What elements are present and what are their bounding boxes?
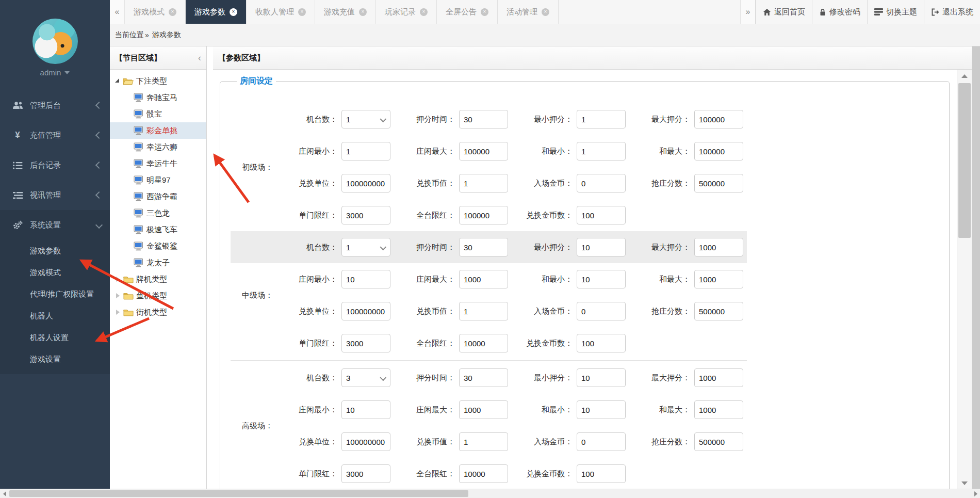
- tree-item-benz-bmw[interactable]: 奔驰宝马: [110, 89, 206, 106]
- param-input[interactable]: [694, 110, 743, 128]
- param-input[interactable]: [459, 368, 508, 387]
- close-icon[interactable]: ×: [481, 8, 488, 16]
- param-input[interactable]: [341, 206, 390, 224]
- tab-game-recharge[interactable]: 游戏充值 ×: [315, 0, 376, 24]
- param-input[interactable]: [577, 302, 626, 320]
- param-input[interactable]: [694, 302, 743, 320]
- tree-folder-fish-machine-type[interactable]: 鱼机类型: [110, 287, 206, 304]
- param-input[interactable]: [577, 206, 626, 224]
- tree-item-star-97[interactable]: 明星97: [110, 172, 206, 188]
- param-input[interactable]: [577, 270, 626, 288]
- param-input[interactable]: [459, 334, 508, 352]
- param-input[interactable]: [577, 334, 626, 352]
- sidebar-subitem-game-settings[interactable]: 游戏设置: [0, 348, 110, 370]
- close-icon[interactable]: ×: [298, 8, 306, 16]
- param-input[interactable]: [341, 302, 390, 320]
- sidebar-subitem-robot-settings[interactable]: 机器人设置: [0, 327, 110, 348]
- change-password-button[interactable]: 修改密码: [812, 0, 867, 24]
- page-vertical-scrollbar[interactable]: [972, 46, 980, 489]
- scroll-left-button[interactable]: [0, 489, 9, 498]
- scroll-down-button[interactable]: [957, 477, 972, 489]
- param-input[interactable]: [577, 400, 626, 419]
- sidebar-subitem-game-params[interactable]: 游戏参数: [0, 240, 110, 262]
- param-input[interactable]: [694, 174, 743, 192]
- tab-game-mode[interactable]: 游戏模式 ×: [125, 0, 186, 24]
- param-input[interactable]: [577, 142, 626, 160]
- user-menu[interactable]: admin: [0, 68, 110, 77]
- tree-item-gold-silver-shark[interactable]: 金鲨银鲨: [110, 238, 206, 254]
- tree-collapsed-icon[interactable]: [116, 293, 120, 298]
- param-input[interactable]: [577, 368, 626, 387]
- tree-item-speed-racing[interactable]: 极速飞车: [110, 221, 206, 238]
- param-input[interactable]: [459, 206, 508, 224]
- param-input[interactable]: [341, 432, 390, 451]
- sidebar-item-recharge-mgmt[interactable]: ¥ 充值管理: [0, 120, 110, 150]
- tree-folder-arcade-type[interactable]: 街机类型: [110, 304, 206, 320]
- sidebar-subitem-robot[interactable]: 机器人: [0, 305, 110, 327]
- param-input[interactable]: [577, 110, 626, 128]
- tab-player-records[interactable]: 玩家记录 ×: [376, 0, 437, 24]
- param-input[interactable]: [577, 238, 626, 256]
- param-input[interactable]: [694, 368, 743, 387]
- param-input[interactable]: [459, 464, 508, 483]
- tree-item-tricolor-dragon[interactable]: 三色龙: [110, 205, 206, 221]
- param-input[interactable]: [341, 174, 390, 192]
- param-input[interactable]: [577, 432, 626, 451]
- scroll-up-button[interactable]: [957, 70, 972, 82]
- param-input[interactable]: [577, 464, 626, 483]
- param-input[interactable]: [459, 238, 508, 256]
- tree-item-sicbo[interactable]: 骰宝: [110, 106, 206, 122]
- tree-item-journey-west[interactable]: 西游争霸: [110, 188, 206, 205]
- param-input[interactable]: [459, 432, 508, 451]
- sidebar-item-video-mgmt[interactable]: 视讯管理: [0, 180, 110, 210]
- sidebar-item-admin-backend[interactable]: 管理后台: [0, 90, 110, 120]
- tab-fullscreen-notice[interactable]: 全屏公告 ×: [437, 0, 498, 24]
- logout-button[interactable]: 退出系统: [924, 0, 980, 24]
- sidebar-subitem-agent-promo-permissions[interactable]: 代理/推广权限设置: [0, 283, 110, 305]
- sidebar-subitem-game-mode[interactable]: 游戏模式: [0, 262, 110, 283]
- param-input[interactable]: [459, 174, 508, 192]
- tab-scroll-right-button[interactable]: »: [740, 0, 756, 24]
- switch-theme-button[interactable]: 切换主题: [867, 0, 924, 24]
- param-select[interactable]: 1: [341, 110, 390, 128]
- param-input[interactable]: [341, 270, 390, 288]
- param-input[interactable]: [341, 334, 390, 352]
- param-input[interactable]: [341, 464, 390, 483]
- close-icon[interactable]: ×: [542, 8, 549, 16]
- tree-item-caijin-solo[interactable]: 彩金单挑: [110, 122, 206, 139]
- param-input[interactable]: [694, 142, 743, 160]
- tab-scroll-left-button[interactable]: «: [110, 0, 125, 24]
- param-input[interactable]: [459, 142, 508, 160]
- param-input[interactable]: [694, 238, 743, 256]
- sidebar-item-system-settings[interactable]: 系统设置: [0, 210, 110, 240]
- tree-item-lucky-niuniu[interactable]: 幸运牛牛: [110, 155, 206, 172]
- param-select[interactable]: 3: [341, 368, 390, 387]
- tree-root-betting-type[interactable]: 下注类型: [110, 73, 206, 89]
- tab-game-params[interactable]: 游戏参数 ×: [186, 0, 247, 24]
- tree-expanded-icon[interactable]: [115, 78, 119, 83]
- tree-item-dragon-prince[interactable]: 龙太子: [110, 254, 206, 271]
- param-input[interactable]: [577, 174, 626, 192]
- tab-payee-mgmt[interactable]: 收款人管理 ×: [247, 0, 315, 24]
- param-input[interactable]: [459, 400, 508, 419]
- param-input[interactable]: [459, 302, 508, 320]
- home-button[interactable]: 返回首页: [756, 0, 812, 24]
- tree-folder-card-machine-type[interactable]: 牌机类型: [110, 271, 206, 287]
- close-icon[interactable]: ×: [420, 8, 428, 16]
- vertical-scrollbar-thumb[interactable]: [958, 83, 971, 238]
- scroll-right-button[interactable]: [971, 489, 980, 498]
- collapse-panel-button[interactable]: ‹: [198, 53, 201, 63]
- param-input[interactable]: [341, 142, 390, 160]
- param-input[interactable]: [694, 270, 743, 288]
- close-icon[interactable]: ×: [169, 8, 176, 16]
- tree-item-lucky-six-lions[interactable]: 幸运六狮: [110, 139, 206, 155]
- param-input[interactable]: [341, 400, 390, 419]
- param-input[interactable]: [459, 270, 508, 288]
- param-input[interactable]: [694, 400, 743, 419]
- param-input[interactable]: [459, 110, 508, 128]
- sidebar-item-backend-records[interactable]: 后台记录: [0, 150, 110, 180]
- param-input[interactable]: [694, 432, 743, 451]
- tree-collapsed-icon[interactable]: [116, 310, 120, 315]
- param-select[interactable]: 1: [341, 238, 390, 256]
- horizontal-scrollbar-thumb[interactable]: [9, 490, 468, 497]
